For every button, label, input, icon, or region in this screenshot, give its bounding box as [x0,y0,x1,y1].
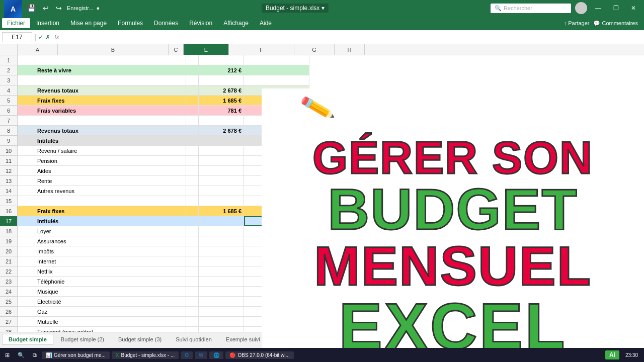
row-header-22[interactable]: 22 [0,266,17,277]
sheet-tab-budget-simple-2[interactable]: Budget simple (2) [54,334,111,345]
search-box[interactable]: 🔍 Rechercher [491,4,571,13]
row-header-16[interactable]: 16 [0,206,17,216]
grid-cell[interactable] [186,146,199,156]
function-wizard-icon[interactable]: ✓ [38,34,43,41]
cancel-edit-icon[interactable]: ✗ [45,34,50,41]
grid-cell[interactable] [199,307,244,317]
ribbon-tab-formules[interactable]: Formules [113,18,148,28]
sheet-tab-suivi-quotidien[interactable]: Suivi quotidien [169,334,218,345]
grid-cell[interactable]: Assurances [35,236,186,246]
grid-cell[interactable] [18,85,35,96]
grid-cell[interactable] [35,55,186,65]
col-header-g[interactable]: G [294,44,335,55]
row-header-4[interactable]: 4 [0,85,17,96]
grid-cell[interactable] [18,277,35,287]
taskbar-app-outlook[interactable]: O [181,351,193,359]
row-header-12[interactable]: 12 [0,166,17,176]
grid-cell[interactable] [18,136,35,146]
grid-cell[interactable]: 1 685 € [199,96,244,106]
grid-cell[interactable]: Intitulés [35,136,186,146]
start-button[interactable]: ⊞ [2,351,13,359]
grid-cell[interactable]: 781 € [199,106,244,116]
sheet-tab-exemple-suivi[interactable]: Exemple suivi [219,334,267,345]
taskbar-app-word[interactable]: W [195,351,207,359]
grid-cell[interactable] [199,75,244,85]
undo-icon[interactable]: ↩ [41,3,51,13]
grid-cell[interactable] [18,256,35,266]
grid-cell[interactable] [186,176,199,186]
task-view-btn[interactable]: ⧉ [30,351,40,359]
grid-cell[interactable] [199,256,244,266]
grid-cell[interactable] [186,216,199,226]
grid-cell[interactable] [186,186,199,196]
grid-cell[interactable] [186,196,199,206]
grid-cell[interactable] [18,106,35,116]
grid-cell[interactable] [186,307,199,317]
taskbar-app-excel[interactable]: X Budget - simple.xlsx - ... [112,351,179,359]
grid-cell[interactable] [199,116,244,126]
grid-cell[interactable] [186,106,199,116]
ribbon-tab-revision[interactable]: Révision [184,18,217,28]
row-header-8[interactable]: 8 [0,126,17,136]
grid-cell[interactable]: Electricité [35,297,186,307]
grid-cell[interactable]: 212 € [199,65,244,75]
grid-cell[interactable] [199,327,244,332]
grid-cell[interactable] [199,297,244,307]
row-header-25[interactable]: 25 [0,297,17,307]
grid-cell[interactable] [199,226,244,236]
taskbar-app-chrome[interactable]: 🌐 [209,351,223,359]
grid-cell[interactable] [18,236,35,246]
grid-cell[interactable] [18,65,35,75]
row-header-1[interactable]: 1 [0,55,17,65]
row-header-23[interactable]: 23 [0,277,17,287]
grid-cell[interactable]: Mutuelle [35,317,186,327]
grid-cell[interactable] [199,156,244,166]
search-taskbar-btn[interactable]: 🔍 [15,351,28,359]
row-header-6[interactable]: 6 [0,106,17,116]
grid-cell[interactable] [244,65,309,75]
grid-cell[interactable] [18,166,35,176]
grid-cell[interactable]: Revenu / salaire [35,146,186,156]
grid-cell[interactable]: 2 678 € [199,126,244,136]
grid-cell[interactable] [186,166,199,176]
cell-reference-input[interactable]: E17 [2,32,32,42]
grid-cell[interactable] [186,317,199,327]
grid-cell[interactable]: Téléphonie [35,277,186,287]
grid-cell[interactable]: Netflix [35,266,186,277]
col-header-b[interactable]: B [58,44,169,55]
grid-cell[interactable] [18,196,35,206]
row-header-26[interactable]: 26 [0,307,17,317]
grid-cell[interactable] [199,277,244,287]
grid-cell[interactable] [186,287,199,297]
row-header-19[interactable]: 19 [0,236,17,246]
grid-cell[interactable] [18,156,35,166]
grid-cell[interactable] [199,287,244,297]
grid-cell[interactable]: Transport (pass métro) [35,327,186,332]
grid-cell[interactable] [199,246,244,256]
row-header-24[interactable]: 24 [0,287,17,297]
grid-cell[interactable] [186,116,199,126]
grid-cell[interactable] [199,176,244,186]
grid-cell[interactable] [199,236,244,246]
grid-cell[interactable] [199,196,244,206]
grid-cell[interactable] [18,287,35,297]
grid-cell[interactable] [18,206,35,216]
row-header-28[interactable]: 28 [0,327,17,332]
ai-badge[interactable]: Ai [605,350,619,359]
grid-cell[interactable] [199,146,244,156]
grid-cell[interactable] [199,216,244,226]
grid-cell[interactable]: Impôts [35,246,186,256]
ribbon-tab-fichier[interactable]: Fichier [2,18,30,28]
col-header-h[interactable]: H [335,44,365,55]
grid-cell[interactable] [18,55,35,65]
restore-button[interactable]: ❐ [609,4,623,13]
col-header-a[interactable]: A [18,44,58,55]
grid-cell[interactable]: Frais variables [35,106,186,116]
grid-cell[interactable] [18,96,35,106]
grid-cell[interactable]: Autres revenus [35,186,186,196]
minimize-button[interactable]: — [591,4,605,13]
row-header-3[interactable]: 3 [0,75,17,85]
row-header-10[interactable]: 10 [0,146,17,156]
ribbon-tab-affichage[interactable]: Affichage [218,18,254,28]
comments-button[interactable]: 💬 Commentaires [593,20,638,27]
